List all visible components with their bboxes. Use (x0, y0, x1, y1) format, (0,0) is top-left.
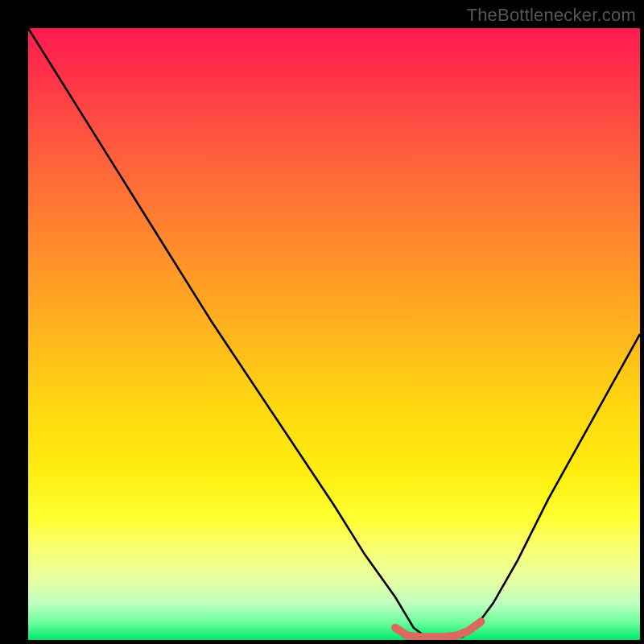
optimal-range-marker (395, 621, 481, 637)
bottleneck-curve (28, 28, 640, 637)
chart-svg (28, 28, 640, 640)
attribution-text: TheBottlenecker.com (467, 5, 636, 26)
chart-plot-area (28, 28, 640, 640)
